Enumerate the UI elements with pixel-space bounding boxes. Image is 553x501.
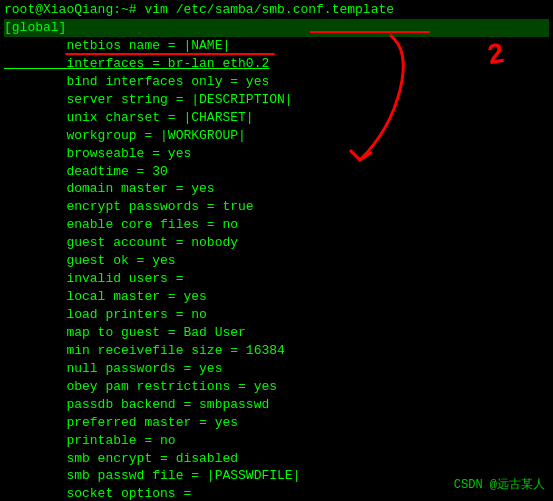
terminal-window: root@XiaoQiang:~# vim /etc/samba/smb.con… <box>0 0 553 501</box>
line-printable: printable = no <box>4 432 549 450</box>
line-local-master: local master = yes <box>4 288 549 306</box>
line-enable-core-files: enable core files = no <box>4 216 549 234</box>
title-text: root@XiaoQiang:~# vim /etc/samba/smb.con… <box>4 2 394 17</box>
line-deadtime: deadtime = 30 <box>4 163 549 181</box>
line-domain-master: domain master = yes <box>4 180 549 198</box>
section-header: [global] <box>4 19 549 37</box>
line-guest-ok: guest ok = yes <box>4 252 549 270</box>
config-content: netbios name = |NAME| interfaces = br-la… <box>4 37 549 501</box>
line-guest-account: guest account = nobody <box>4 234 549 252</box>
line-invalid-users: invalid users = <box>4 270 549 288</box>
line-passdb-backend: passdb backend = smbpasswd <box>4 396 549 414</box>
line-map-to-guest: map to guest = Bad User <box>4 324 549 342</box>
line-smb-encrypt: smb encrypt = disabled <box>4 450 549 468</box>
line-load-printers: load printers = no <box>4 306 549 324</box>
watermark: CSDN @远古某人 <box>454 476 545 493</box>
line-encrypt-passwords: encrypt passwords = true <box>4 198 549 216</box>
line-min-receivefile: min receivefile size = 16384 <box>4 342 549 360</box>
line-interfaces: interfaces = br-lan eth0.2 <box>4 55 549 73</box>
line-bind-interfaces: bind interfaces only = yes <box>4 73 549 91</box>
line-workgroup: workgroup = |WORKGROUP| <box>4 127 549 145</box>
line-server-string: server string = |DESCRIPTION| <box>4 91 549 109</box>
line-null-passwords: null passwords = yes <box>4 360 549 378</box>
line-unix-charset: unix charset = |CHARSET| <box>4 109 549 127</box>
line-obey-pam: obey pam restrictions = yes <box>4 378 549 396</box>
line-preferred-master: preferred master = yes <box>4 414 549 432</box>
title-bar: root@XiaoQiang:~# vim /etc/samba/smb.con… <box>4 2 549 17</box>
line-browseable: browseable = yes <box>4 145 549 163</box>
red-underline-interfaces <box>65 53 275 55</box>
